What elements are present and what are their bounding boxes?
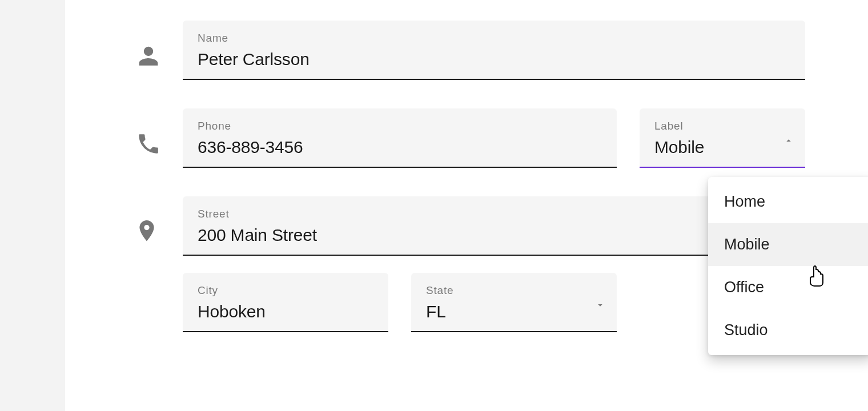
phone-label: Phone	[198, 120, 602, 132]
phone-value: 636-889-3456	[198, 137, 602, 158]
dropdown-option-studio[interactable]: Studio	[708, 309, 868, 352]
state-label: State	[426, 284, 602, 297]
form-content: Name Peter Carlsson Phone 636-889-3456 L…	[69, 0, 868, 411]
location-icon	[137, 196, 183, 244]
city-value: Hoboken	[198, 301, 373, 322]
contact-edit-form: Name Peter Carlsson Phone 636-889-3456 L…	[0, 0, 868, 411]
chevron-down-icon	[595, 300, 605, 310]
state-select[interactable]: State FL	[411, 273, 617, 332]
dropdown-option-mobile[interactable]: Mobile	[708, 223, 868, 266]
person-icon	[137, 21, 183, 67]
blank-icon-col	[137, 273, 183, 297]
phone-icon	[137, 108, 183, 155]
phone-field[interactable]: Phone 636-889-3456	[183, 108, 617, 168]
city-state-row: City Hoboken State FL	[137, 273, 805, 332]
city-field[interactable]: City Hoboken	[183, 273, 388, 332]
phone-label-dropdown: Home Mobile Office Studio	[708, 177, 868, 355]
name-label: Name	[198, 32, 790, 45]
dropdown-option-office[interactable]: Office	[708, 266, 868, 309]
pointer-cursor-icon	[808, 265, 825, 287]
city-label: City	[198, 284, 373, 297]
phone-type-value: Mobile	[654, 137, 790, 158]
phone-row: Phone 636-889-3456 Label Mobile	[137, 108, 805, 168]
street-value: 200 Main Street	[198, 225, 790, 245]
chevron-up-icon	[783, 135, 794, 146]
street-row: Street 200 Main Street	[137, 196, 805, 256]
phone-label-select[interactable]: Label Mobile	[640, 108, 805, 168]
street-label: Street	[198, 208, 790, 220]
state-value: FL	[426, 301, 602, 322]
name-field[interactable]: Name Peter Carlsson	[183, 21, 805, 80]
phone-type-label: Label	[654, 120, 790, 132]
name-row: Name Peter Carlsson	[137, 21, 805, 80]
dropdown-option-home[interactable]: Home	[708, 180, 868, 223]
left-rail	[0, 0, 69, 411]
name-value: Peter Carlsson	[198, 49, 790, 70]
